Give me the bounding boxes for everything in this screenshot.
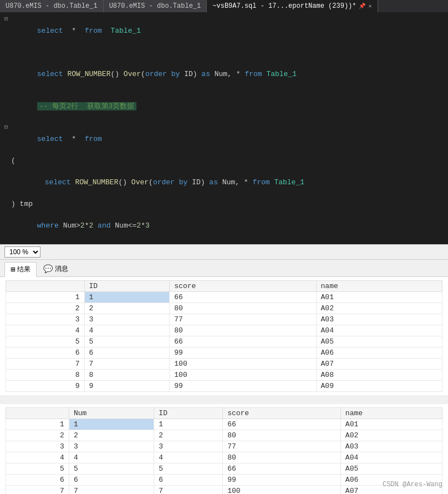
table-cell: A01 — [340, 419, 442, 430]
msg-icon: 💬 — [43, 264, 53, 274]
table-row-num: 7 — [6, 485, 69, 494]
table-cell: A05 — [340, 463, 442, 474]
table1-rownum-header — [6, 280, 85, 291]
table-row-num: 1 — [6, 419, 69, 430]
table-cell: 66 — [170, 291, 316, 303]
table-cell: 7 — [69, 485, 154, 494]
table-row-num: 1 — [6, 291, 85, 303]
table-cell: A02 — [340, 430, 442, 441]
table-cell: 4 — [69, 452, 154, 463]
table-cell: 80 — [223, 430, 341, 441]
table-cell: A08 — [316, 369, 442, 380]
table-cell: 77 — [170, 314, 316, 325]
code-line-5: ⊟ select * from — [0, 123, 448, 155]
code-line-8: ) tmp — [0, 199, 448, 210]
table-cell: 80 — [170, 325, 316, 336]
table-row-num: 6 — [6, 347, 85, 358]
table-cell: 99 — [170, 347, 316, 358]
zoom-select[interactable]: 75 % 100 % 125 % 150 % — [4, 246, 40, 258]
table-cell: 5 — [84, 336, 170, 347]
table-cell: 1 — [84, 291, 170, 303]
table-cell: 7 — [84, 358, 170, 369]
tab-1[interactable]: U870.eMIS - dbo.Table_1 — [0, 0, 104, 12]
data-table-2: Num ID score name 11166A0122280A0233377A… — [6, 407, 442, 495]
table-cell: 8 — [84, 369, 170, 380]
result-section-2: Num ID score name 11166A0122280A0233377A… — [0, 404, 448, 495]
table-cell: 100 — [170, 358, 316, 369]
table-cell: 99 — [170, 380, 316, 391]
table-cell: A04 — [340, 452, 442, 463]
code-line-9: where Num>2*2 and Num<=2*3 — [0, 209, 448, 242]
table-cell: 2 — [69, 430, 154, 441]
divider-1 — [0, 400, 448, 404]
grid-icon: ⊞ — [11, 265, 15, 274]
table2-col-id: ID — [154, 407, 223, 419]
data-table-1: ID score name 1166A012280A023377A034480A… — [6, 280, 442, 392]
table-cell: 4 — [154, 452, 223, 463]
table-cell: 6 — [154, 474, 223, 485]
table-cell: A02 — [316, 303, 442, 314]
table-row-num: 5 — [6, 463, 69, 474]
tab-3-active[interactable]: ~vsB9A7.sql - 17...eportName (239))* 📌 ✕ — [207, 0, 378, 12]
table-cell: 77 — [223, 441, 341, 452]
fold-1[interactable]: ⊟ — [2, 14, 10, 24]
tab-2[interactable]: U870.eMIS - dbo.Table_1 — [104, 0, 207, 12]
code-line-1: ⊟ select * from Table_1 — [0, 14, 448, 47]
table-row-num: 2 — [6, 303, 85, 314]
title-bar: U870.eMIS - dbo.Table_1 U870.eMIS - dbo.… — [0, 0, 448, 12]
toolbar: 75 % 100 % 125 % 150 % — [0, 244, 448, 260]
table-row-num: 5 — [6, 336, 85, 347]
table-cell: 1 — [154, 419, 223, 430]
table-cell: 3 — [69, 441, 154, 452]
table-cell: A01 — [316, 291, 442, 303]
table-cell: 66 — [223, 419, 341, 430]
table-cell: 100 — [223, 485, 341, 494]
code-line-4: -- 每页2行 获取第3页数据 — [0, 90, 448, 123]
table-row-num: 8 — [6, 369, 85, 380]
code-line-2 — [0, 47, 448, 58]
table-row-num: 6 — [6, 474, 69, 485]
table-row-num: 2 — [6, 430, 69, 441]
code-line-7: select ROW_NUMBER() Over(order by ID) as… — [0, 166, 448, 199]
table-cell: 80 — [223, 452, 341, 463]
table-cell: A07 — [316, 358, 442, 369]
table-cell: 4 — [84, 325, 170, 336]
table-cell: A03 — [340, 441, 442, 452]
table-cell: 5 — [154, 463, 223, 474]
table-cell: 3 — [84, 314, 170, 325]
code-editor[interactable]: ⊟ select * from Table_1 select ROW_NUMBE… — [0, 12, 448, 244]
table-row-num: 4 — [6, 452, 69, 463]
table-cell: 6 — [84, 347, 170, 358]
table-cell: A05 — [316, 336, 442, 347]
code-line-3: select ROW_NUMBER() Over(order by ID) as… — [0, 58, 448, 90]
table-cell: 2 — [84, 303, 170, 314]
tab-results[interactable]: ⊞ 结果 — [4, 262, 37, 277]
table-cell: A06 — [316, 347, 442, 358]
table-cell: 9 — [84, 380, 170, 391]
code-line-6: ( — [0, 155, 448, 167]
table-cell: 6 — [69, 474, 154, 485]
table-cell: 80 — [170, 303, 316, 314]
pin-icon[interactable]: 📌 — [359, 3, 365, 9]
table-cell: 2 — [154, 430, 223, 441]
tab-messages[interactable]: 💬 消息 — [38, 262, 74, 276]
table-row-num: 9 — [6, 380, 85, 391]
table1-col-id: ID — [84, 280, 170, 291]
table-cell: 3 — [154, 441, 223, 452]
table2-col-num: Num — [69, 407, 154, 419]
table-row-num: 3 — [6, 314, 85, 325]
watermark: CSDN @Ares-Wang — [383, 481, 442, 488]
table-cell: A03 — [316, 314, 442, 325]
table2-col-name: name — [340, 407, 442, 419]
table-cell: 1 — [69, 419, 154, 430]
table-row-num: 4 — [6, 325, 85, 336]
table-cell: 100 — [170, 369, 316, 380]
result-section-1: ID score name 1166A012280A023377A034480A… — [0, 277, 448, 400]
table-cell: A04 — [316, 325, 442, 336]
table-cell: 5 — [69, 463, 154, 474]
table-cell: 66 — [223, 463, 341, 474]
fold-2[interactable]: ⊟ — [2, 123, 10, 132]
table-cell: 7 — [154, 485, 223, 494]
close-tab-icon[interactable]: ✕ — [369, 3, 372, 9]
results-tabs: ⊞ 结果 💬 消息 — [0, 260, 448, 277]
